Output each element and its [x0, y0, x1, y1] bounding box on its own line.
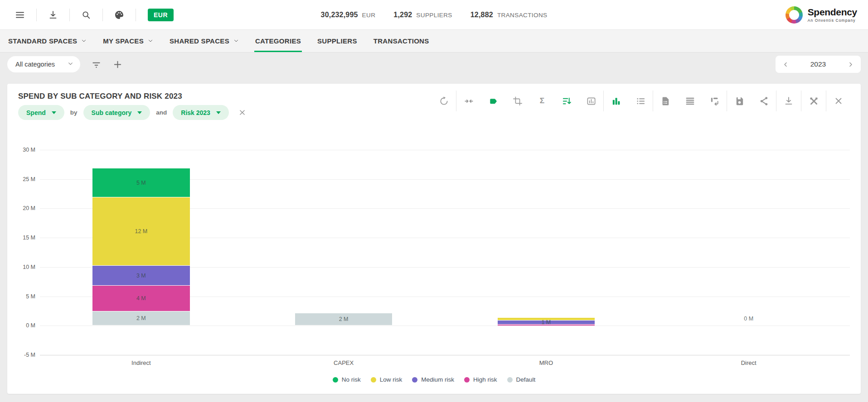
dimension-chip[interactable]: Sub category — [83, 105, 150, 120]
y-tick-label: 0 M — [26, 322, 35, 329]
bar-value-label: 2 M — [136, 315, 146, 321]
svg-text:Σ: Σ — [540, 96, 544, 105]
save-icon[interactable] — [727, 96, 752, 106]
crop-icon[interactable] — [505, 96, 530, 106]
filter-icon[interactable] — [91, 59, 102, 70]
tab-my-spaces[interactable]: MY SPACES — [103, 30, 153, 52]
x-axis-label: MRO — [445, 359, 648, 366]
chevron-down-icon — [233, 37, 239, 45]
currency-badge[interactable]: EUR — [148, 9, 174, 21]
brand-tagline: An Onventis Company — [808, 18, 857, 23]
x-axis-label: CAPEX — [242, 359, 445, 366]
refresh-icon[interactable] — [432, 96, 456, 106]
measure-chip-label: Spend — [26, 109, 46, 116]
kpi-stats: 30,232,995EUR1,292SUPPLIERS12,882TRANSAC… — [321, 11, 548, 19]
chevron-down-icon — [148, 37, 153, 45]
bar-segment-low-risk[interactable]: 12 M — [92, 197, 189, 265]
category-select-value: All categories — [15, 61, 55, 68]
plot-area: 2 M4 M3 M12 M5 M2 M1 M0 M — [40, 150, 850, 355]
add-chart-button[interactable] — [112, 59, 123, 70]
series-chip-label: Risk 2023 — [181, 109, 210, 116]
collapse-icon[interactable] — [456, 96, 481, 106]
legend-label: Default — [516, 376, 536, 383]
legend-dot — [507, 377, 513, 383]
series-chip[interactable]: Risk 2023 — [173, 105, 229, 120]
chevron-right-icon[interactable] — [847, 61, 854, 68]
chevron-down-icon — [81, 37, 87, 45]
year-selector: 2023 — [776, 56, 861, 73]
download-icon[interactable] — [776, 96, 801, 106]
tab-label: TRANSACTIONS — [373, 37, 429, 45]
pivot-icon[interactable] — [702, 96, 727, 106]
y-axis: 30 M25 M20 M15 M10 M5 M0 M-5 M — [18, 150, 40, 355]
caret-down-icon — [216, 111, 221, 114]
tab-label: SUPPLIERS — [317, 37, 357, 45]
tools-icon[interactable] — [801, 96, 826, 106]
measure-chip[interactable]: Spend — [18, 105, 64, 120]
divider — [136, 9, 136, 21]
top-bar: EUR 30,232,995EUR1,292SUPPLIERS12,882TRA… — [0, 0, 868, 30]
remove-series-icon[interactable] — [238, 109, 246, 116]
nav-tabs: STANDARD SPACESMY SPACESSHARED SPACESCAT… — [0, 30, 868, 53]
chart-box-icon[interactable] — [579, 96, 603, 106]
brand-logo: Spendency An Onventis Company — [786, 6, 857, 24]
bar-segment-medium-risk[interactable]: 3 M — [92, 266, 189, 285]
list-icon[interactable] — [628, 96, 653, 106]
kpi-stat: 12,882TRANSACTIONS — [470, 11, 548, 19]
legend-label: High risk — [473, 376, 497, 383]
y-tick-label: 5 M — [26, 293, 35, 300]
bar-segment-medium-risk[interactable]: 1 M — [498, 321, 595, 324]
share-icon[interactable] — [752, 96, 776, 106]
year-value: 2023 — [810, 60, 826, 68]
menu-icon[interactable] — [4, 10, 36, 20]
bar-value-label: 1 M — [541, 319, 551, 325]
kpi-stat: 30,232,995EUR — [321, 11, 376, 19]
kpi-label: EUR — [362, 12, 376, 19]
tab-transactions[interactable]: TRANSACTIONS — [373, 30, 429, 52]
bar-segment-high-risk[interactable]: 4 M — [92, 286, 189, 311]
tab-label: SHARED SPACES — [170, 37, 229, 45]
brand-name: Spendency — [808, 7, 857, 17]
kpi-value: 12,882 — [470, 11, 493, 19]
bar-segment-low-risk[interactable] — [498, 318, 595, 320]
legend-dot — [333, 377, 338, 383]
palette-icon[interactable] — [103, 10, 136, 20]
bar-value-label: 0 M — [647, 316, 850, 322]
x-axis-labels: IndirectCAPEXMRODirect — [40, 359, 850, 366]
sigma-icon[interactable]: Σ — [530, 96, 554, 106]
tab-shared-spaces[interactable]: SHARED SPACES — [170, 30, 239, 52]
legend-item-high-risk[interactable]: High risk — [464, 376, 497, 383]
legend-item-medium-risk[interactable]: Medium risk — [412, 376, 454, 383]
rows-icon[interactable] — [678, 96, 702, 106]
legend-item-default[interactable]: Default — [507, 376, 536, 383]
bar-segment-default[interactable]: 2 M — [92, 311, 189, 325]
x-axis-label: Indirect — [40, 359, 242, 366]
chevron-left-icon[interactable] — [782, 61, 789, 68]
bar-segment-default[interactable]: 2 M — [295, 313, 392, 325]
tab-standard-spaces[interactable]: STANDARD SPACES — [8, 30, 87, 52]
bar-value-label: 3 M — [136, 273, 146, 279]
legend-item-low-risk[interactable]: Low risk — [371, 376, 402, 383]
y-tick-label: -5 M — [24, 352, 35, 358]
filter-bar: All categories 2023 — [0, 53, 868, 76]
y-tick-label: 10 M — [23, 264, 35, 270]
report-icon[interactable] — [653, 96, 678, 106]
search-icon[interactable] — [70, 10, 102, 20]
close-icon[interactable] — [826, 96, 851, 106]
category-select[interactable]: All categories — [7, 56, 80, 72]
tab-label: STANDARD SPACES — [8, 37, 77, 45]
x-axis-label: Direct — [647, 359, 850, 366]
bar-value-label: 2 M — [339, 316, 349, 322]
tag-icon[interactable] — [481, 96, 505, 106]
sort-icon[interactable] — [554, 96, 579, 106]
gridline — [40, 325, 850, 326]
bar-segment-no-risk[interactable]: 5 M — [92, 168, 189, 196]
legend-label: Medium risk — [421, 376, 454, 383]
tab-categories[interactable]: CATEGORIES — [255, 30, 301, 52]
legend-item-no-risk[interactable]: No risk — [333, 376, 361, 383]
download-icon[interactable] — [37, 10, 69, 20]
legend-dot — [371, 377, 376, 383]
bar-chart-icon[interactable] — [604, 96, 628, 106]
tab-label: CATEGORIES — [255, 37, 301, 45]
tab-suppliers[interactable]: SUPPLIERS — [317, 30, 357, 52]
